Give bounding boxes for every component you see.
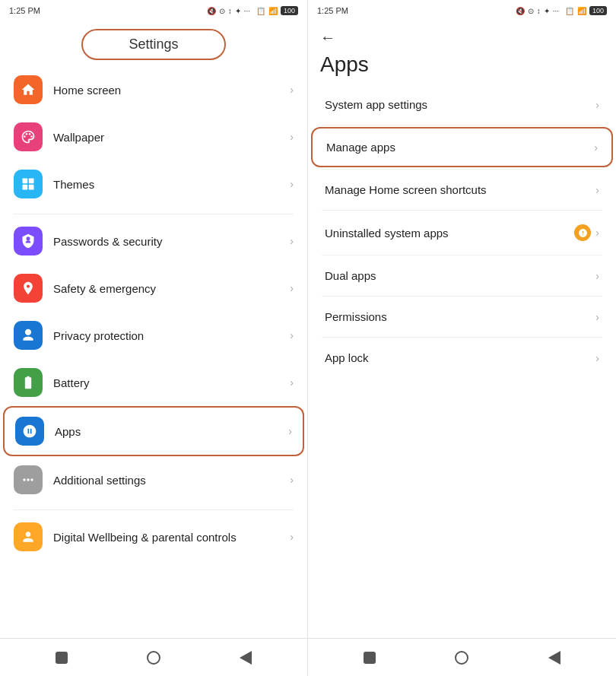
left-panel: 1:25 PM 🔇 ⊙ ↕ ✦ ··· 📋 📶 100 Settings Hom… [0, 0, 308, 676]
svg-point-8 [23, 478, 25, 481]
left-status-icons: 🔇 ⊙ ↕ ✦ ··· 📋 📶 100 [207, 6, 298, 15]
permissions-chevron: › [595, 311, 599, 323]
menu-item-wallpaper[interactable]: Wallpaper › [3, 113, 304, 160]
safety-emergency-label: Safety & emergency [53, 282, 290, 295]
left-nav-square[interactable] [51, 647, 72, 668]
right-panel: 1:25 PM 🔇 ⊙ ↕ ✦ ··· 📋 📶 100 ← Apps Syste… [308, 0, 616, 676]
privacy-protection-label: Privacy protection [53, 329, 290, 342]
right-circle-icon [455, 651, 468, 665]
themes-icon [14, 170, 43, 198]
right-nav-back[interactable] [544, 647, 565, 668]
apps-menu-item-system-app-settings[interactable]: System app settings › [311, 86, 613, 123]
safety-emergency-chevron: › [290, 282, 294, 294]
right-time: 1:25 PM [317, 6, 348, 15]
digital-wellbeing-icon [14, 522, 43, 551]
divider-1 [14, 214, 294, 214]
menu-item-privacy-protection[interactable]: Privacy protection › [3, 312, 304, 359]
uninstalled-system-apps-chevron: › [595, 227, 599, 239]
menu-item-apps[interactable]: Apps › [3, 406, 304, 456]
apps-menu-item-permissions[interactable]: Permissions › [311, 298, 613, 335]
wallpaper-icon [14, 122, 43, 151]
manage-home-screen-label: Manage Home screen shortcuts [325, 183, 595, 196]
permissions-label: Permissions [325, 310, 595, 323]
settings-title: Settings [81, 29, 225, 60]
dual-apps-chevron: › [595, 270, 599, 282]
apps-divider-3 [322, 210, 602, 211]
menu-section-1: Home screen › Wallpaper › Themes › [3, 66, 304, 208]
digital-wellbeing-chevron: › [290, 531, 294, 543]
left-bottom-nav [0, 638, 307, 676]
themes-label: Themes [53, 178, 290, 191]
right-square-icon [364, 652, 376, 664]
menu-section-2: Passwords & security › Safety & emergenc… [3, 217, 304, 503]
svg-rect-7 [29, 185, 34, 190]
settings-menu-list: Home screen › Wallpaper › Themes › [0, 66, 307, 638]
uninstalled-badge [574, 224, 591, 241]
digital-wellbeing-label: Digital Wellbeing & parental controls [53, 531, 290, 544]
menu-item-passwords-security[interactable]: Passwords & security › [3, 217, 304, 265]
uninstalled-system-apps-label: Uninstalled system apps [325, 227, 574, 240]
svg-rect-5 [29, 179, 34, 184]
menu-item-digital-wellbeing[interactable]: Digital Wellbeing & parental controls › [3, 513, 304, 560]
privacy-protection-icon [14, 321, 43, 350]
menu-item-safety-emergency[interactable]: Safety & emergency › [3, 265, 304, 312]
left-nav-back[interactable] [235, 647, 256, 668]
svg-rect-4 [23, 179, 28, 184]
home-screen-icon [14, 75, 43, 104]
menu-section-3: Digital Wellbeing & parental controls › [3, 513, 304, 560]
apps-icon [15, 417, 44, 446]
passwords-security-chevron: › [290, 235, 294, 247]
passwords-security-label: Passwords & security [53, 235, 290, 248]
home-screen-chevron: › [290, 84, 294, 96]
apps-divider-1 [322, 125, 602, 125]
svg-point-3 [30, 135, 33, 138]
right-bottom-nav [308, 638, 616, 676]
apps-menu-item-dual-apps[interactable]: Dual apps › [311, 257, 613, 294]
additional-settings-label: Additional settings [53, 474, 290, 487]
system-app-settings-chevron: › [595, 99, 599, 111]
svg-point-2 [29, 133, 31, 135]
svg-rect-6 [23, 185, 28, 190]
left-nav-home[interactable] [143, 647, 164, 668]
themes-chevron: › [290, 178, 294, 190]
wallpaper-chevron: › [290, 131, 294, 143]
settings-title-wrap: Settings [0, 21, 307, 66]
manage-home-screen-chevron: › [595, 184, 599, 196]
manage-apps-chevron: › [594, 141, 598, 154]
svg-point-1 [26, 133, 28, 135]
apps-menu-item-manage-home-screen[interactable]: Manage Home screen shortcuts › [311, 171, 613, 208]
right-status-icons: 🔇 ⊙ ↕ ✦ ··· 📋 📶 100 [516, 6, 607, 15]
home-screen-label: Home screen [53, 84, 290, 97]
passwords-security-icon [14, 227, 43, 255]
dual-apps-label: Dual apps [325, 269, 595, 282]
apps-menu-item-manage-apps[interactable]: Manage apps › [311, 127, 613, 167]
system-app-settings-label: System app settings [325, 98, 595, 111]
additional-settings-icon [14, 465, 43, 494]
right-nav-square[interactable] [359, 647, 380, 668]
apps-divider-4 [322, 255, 602, 255]
menu-item-themes[interactable]: Themes › [3, 160, 304, 208]
left-time: 1:25 PM [9, 6, 40, 15]
safety-emergency-icon [14, 274, 43, 303]
apps-menu-list: System app settings › Manage apps › Mana… [308, 86, 616, 638]
left-status-bar: 1:25 PM 🔇 ⊙ ↕ ✦ ··· 📋 📶 100 [0, 0, 307, 21]
right-status-bar: 1:25 PM 🔇 ⊙ ↕ ✦ ··· 📋 📶 100 [308, 0, 616, 21]
apps-page-title: Apps [308, 48, 616, 86]
left-circle-icon [147, 651, 160, 665]
back-button[interactable]: ← [320, 29, 335, 46]
apps-menu-item-uninstalled-system-apps[interactable]: Uninstalled system apps › [311, 212, 613, 253]
apps-label: Apps [55, 425, 288, 438]
divider-2 [14, 509, 294, 510]
battery-chevron: › [290, 376, 294, 389]
additional-settings-chevron: › [290, 474, 294, 486]
apps-divider-2 [322, 169, 602, 170]
menu-item-additional-settings[interactable]: Additional settings › [3, 456, 304, 503]
menu-item-battery[interactable]: Battery › [3, 359, 304, 406]
manage-apps-label: Manage apps [326, 141, 594, 154]
apps-menu-item-app-lock[interactable]: App lock › [311, 339, 613, 376]
apps-header: ← [308, 21, 616, 48]
menu-item-home-screen[interactable]: Home screen › [3, 66, 304, 113]
left-triangle-icon [240, 651, 252, 665]
apps-divider-5 [322, 296, 602, 297]
right-nav-home[interactable] [451, 647, 472, 668]
